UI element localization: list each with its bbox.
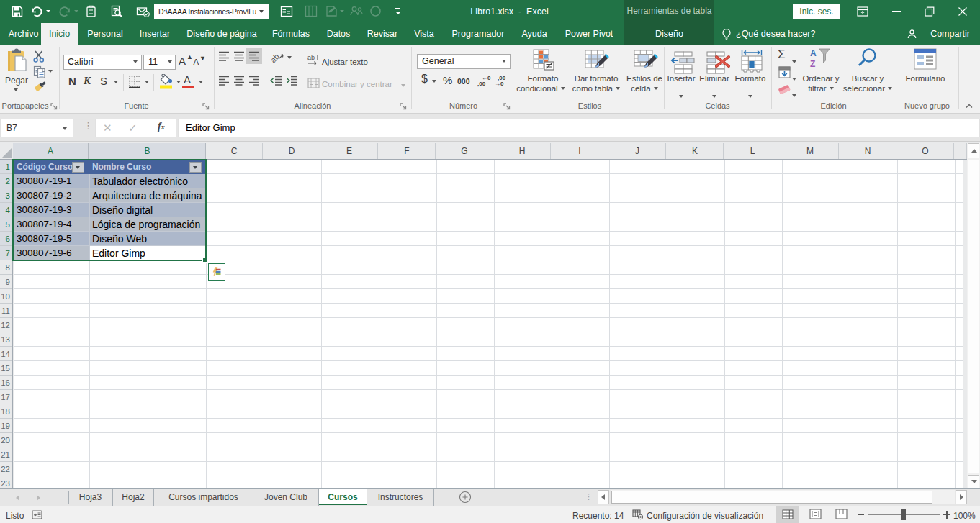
svg-text:,00: ,00 [477,81,486,87]
svg-text:A: A [810,48,817,58]
svg-text:ab: ab [307,54,315,61]
svg-text:ab: ab [271,52,281,63]
svg-text:→0: →0 [495,81,504,87]
svg-text:Z: Z [810,59,815,69]
